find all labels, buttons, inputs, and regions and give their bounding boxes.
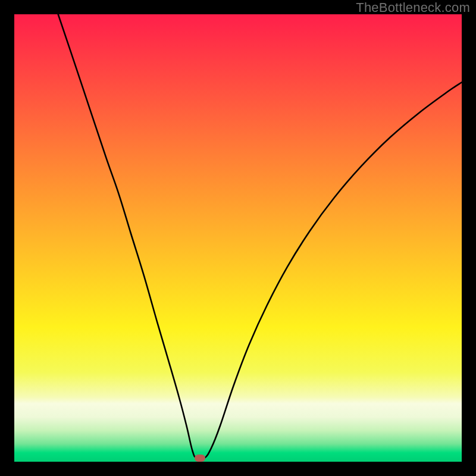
curve-svg [14, 14, 462, 462]
plot-area [14, 14, 462, 462]
bottleneck-curve [58, 14, 462, 459]
watermark-text: TheBottleneck.com [356, 0, 470, 15]
chart-frame: TheBottleneck.com [0, 0, 476, 476]
optimum-marker [195, 455, 205, 462]
